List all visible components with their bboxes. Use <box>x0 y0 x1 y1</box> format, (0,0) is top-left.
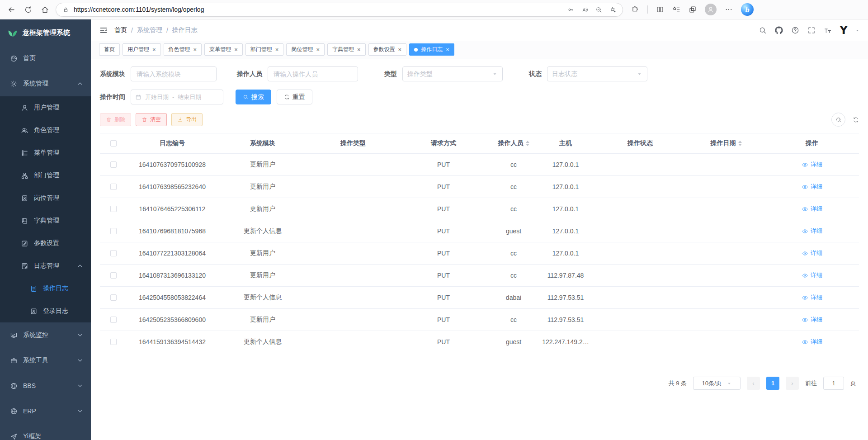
detail-link[interactable]: 详细 <box>802 249 822 257</box>
profile-button[interactable] <box>705 4 717 15</box>
address-bar[interactable]: https://ccnetcore.com:1101/system/log/op… <box>56 3 623 17</box>
delete-button[interactable]: 删除 <box>100 113 131 126</box>
tab-close-icon[interactable]: × <box>446 47 449 52</box>
page-size-select[interactable]: 10条/页 <box>693 377 741 390</box>
goto-page-input[interactable] <box>823 377 844 390</box>
clear-button[interactable]: 清空 <box>136 113 167 126</box>
sidebar-item-首页[interactable]: 首页 <box>0 46 91 71</box>
fullscreen-button[interactable] <box>807 26 816 34</box>
detail-link[interactable]: 详细 <box>802 183 822 191</box>
sidebar-item-日志管理[interactable]: 日志管理 <box>0 255 91 277</box>
key-button[interactable] <box>567 6 574 13</box>
text-size-button[interactable] <box>824 26 832 34</box>
sidebar-item-岗位管理[interactable]: 岗位管理 <box>0 187 91 209</box>
back-button[interactable] <box>7 5 16 14</box>
sort-carets-icon[interactable] <box>738 141 742 146</box>
sidebar-item-系统管理[interactable]: 系统管理 <box>0 71 91 96</box>
url-text[interactable]: https://ccnetcore.com:1101/system/log/op… <box>74 6 563 13</box>
sidebar-item-登录日志[interactable]: 登录日志 <box>0 300 91 322</box>
sort-carets-icon[interactable] <box>526 141 529 146</box>
current-page-button[interactable]: 1 <box>766 377 779 390</box>
sidebar-item-菜单管理[interactable]: 菜单管理 <box>0 142 91 164</box>
more-button[interactable] <box>725 5 733 14</box>
row-checkbox[interactable] <box>110 339 117 345</box>
row-checkbox[interactable] <box>110 206 117 212</box>
tab-close-icon[interactable]: × <box>193 47 197 52</box>
search-button[interactable]: 搜索 <box>236 90 271 104</box>
user-menu-caret[interactable] <box>855 28 860 33</box>
detail-link[interactable]: 详细 <box>802 316 822 324</box>
extensions-button[interactable] <box>631 5 639 14</box>
tab-部门管理[interactable]: 部门管理× <box>245 43 284 56</box>
tab-菜单管理[interactable]: 菜单管理× <box>204 43 243 56</box>
prev-page-button[interactable]: ‹ <box>747 377 760 390</box>
tab-close-icon[interactable]: × <box>398 47 402 52</box>
sidebar-item-参数设置[interactable]: 参数设置 <box>0 232 91 255</box>
show-search-button[interactable] <box>831 113 845 127</box>
export-button[interactable]: 导出 <box>171 113 203 126</box>
github-button[interactable] <box>775 26 783 34</box>
tab-close-icon[interactable]: × <box>275 47 279 52</box>
row-checkbox[interactable] <box>110 161 117 168</box>
detail-link[interactable]: 详细 <box>802 293 822 302</box>
detail-link[interactable]: 详细 <box>802 227 822 235</box>
zoom-out-button[interactable] <box>595 6 602 13</box>
tab-close-icon[interactable]: × <box>152 47 156 52</box>
status-select[interactable]: 日志状态 <box>547 66 647 81</box>
row-checkbox[interactable] <box>110 184 117 190</box>
tab-岗位管理[interactable]: 岗位管理× <box>286 43 325 56</box>
favorites-button[interactable] <box>672 5 680 14</box>
sidebar-item-ERP[interactable]: ERP <box>0 398 91 424</box>
column-header-operator[interactable]: 操作人员 <box>489 139 538 147</box>
tab-角色管理[interactable]: 角色管理× <box>164 43 202 56</box>
sidebar-item-系统工具[interactable]: 系统工具 <box>0 348 91 373</box>
tab-首页[interactable]: 首页 <box>99 43 120 56</box>
column-header-date[interactable]: 操作日期 <box>688 139 764 147</box>
sidebar-collapse-button[interactable] <box>99 26 108 35</box>
row-checkbox[interactable] <box>110 272 117 279</box>
detail-link[interactable]: 详细 <box>802 338 822 346</box>
split-screen-button[interactable] <box>656 5 664 14</box>
sidebar-item-字典管理[interactable]: 字典管理 <box>0 209 91 232</box>
sidebar-item-Yi框架[interactable]: Yi框架 <box>0 424 91 440</box>
detail-link[interactable]: 详细 <box>802 205 822 213</box>
tab-close-icon[interactable]: × <box>234 47 238 52</box>
home-button[interactable] <box>41 5 49 14</box>
help-button[interactable] <box>791 26 799 34</box>
copilot-button[interactable]: b <box>741 3 754 16</box>
yi-logo[interactable]: Y <box>840 25 847 36</box>
read-aloud-button[interactable] <box>581 6 588 13</box>
sidebar-item-部门管理[interactable]: 部门管理 <box>0 164 91 187</box>
tab-close-icon[interactable]: × <box>357 47 361 52</box>
tab-用户管理[interactable]: 用户管理× <box>123 43 161 56</box>
reload-button[interactable] <box>24 5 33 14</box>
date-range-input[interactable]: 开始日期 - 结束日期 <box>131 90 223 104</box>
refresh-table-button[interactable] <box>853 117 859 123</box>
collections-button[interactable] <box>689 5 697 14</box>
reset-button[interactable]: 重置 <box>277 90 312 104</box>
type-select[interactable]: 操作类型 <box>402 66 503 81</box>
operator-input[interactable] <box>268 66 358 81</box>
cell-module: 更新用户 <box>217 271 308 279</box>
sidebar-item-操作日志[interactable]: 操作日志 <box>0 277 91 300</box>
sidebar-item-角色管理[interactable]: 角色管理 <box>0 119 91 142</box>
row-checkbox[interactable] <box>110 317 117 323</box>
sidebar-item-系统监控[interactable]: 系统监控 <box>0 322 91 348</box>
tab-close-icon[interactable]: × <box>316 47 320 52</box>
row-checkbox[interactable] <box>110 250 117 256</box>
row-checkbox[interactable] <box>110 228 117 234</box>
breadcrumb-item[interactable]: 首页 <box>114 26 127 34</box>
star-plus-button[interactable] <box>609 6 616 13</box>
module-input[interactable] <box>131 66 217 81</box>
select-all-checkbox[interactable] <box>110 140 117 147</box>
next-page-button[interactable]: › <box>786 377 799 390</box>
tab-参数设置[interactable]: 参数设置× <box>368 43 407 56</box>
tab-字典管理[interactable]: 字典管理× <box>327 43 366 56</box>
row-checkbox[interactable] <box>110 294 117 301</box>
tab-操作日志[interactable]: 操作日志× <box>409 43 454 56</box>
sidebar-item-用户管理[interactable]: 用户管理 <box>0 96 91 119</box>
search-button[interactable] <box>759 26 767 34</box>
sidebar-item-BBS[interactable]: BBS <box>0 373 91 398</box>
detail-link[interactable]: 详细 <box>802 161 822 169</box>
detail-link[interactable]: 详细 <box>802 271 822 279</box>
